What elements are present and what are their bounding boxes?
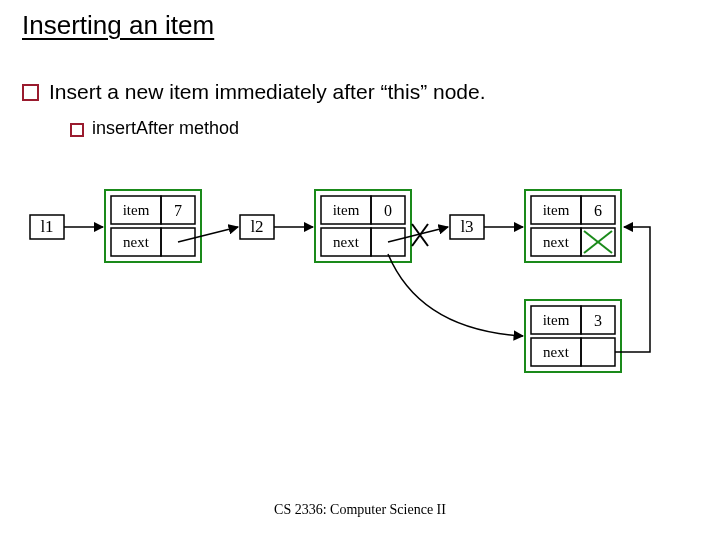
svg-rect-22 (525, 190, 621, 262)
svg-text:item: item (333, 202, 360, 218)
svg-text:l2: l2 (250, 217, 263, 236)
svg-text:l1: l1 (40, 217, 53, 236)
svg-text:3: 3 (594, 312, 602, 329)
slide-footer: CS 2336: Computer Science II (0, 502, 720, 518)
svg-text:next: next (123, 234, 150, 250)
svg-text:next: next (543, 344, 570, 360)
node-l2: item 0 next (315, 190, 411, 262)
arrow-node2-new-next (388, 254, 523, 336)
svg-line-40 (388, 227, 448, 242)
svg-text:next: next (543, 234, 570, 250)
svg-text:item: item (123, 202, 150, 218)
label-l3: l3 (450, 215, 484, 239)
null-x-icon (584, 231, 612, 253)
node-l1: item 7 next (105, 190, 201, 262)
node-new: item 3 next (525, 300, 621, 372)
label-l2: l2 (240, 215, 274, 239)
svg-text:0: 0 (384, 202, 392, 219)
svg-rect-36 (581, 338, 615, 366)
svg-rect-2 (105, 190, 201, 262)
linked-list-diagram: l1 item 7 next l2 item 0 next l3 (0, 0, 720, 540)
svg-text:item: item (543, 312, 570, 328)
label-l1: l1 (30, 215, 64, 239)
svg-text:next: next (333, 234, 360, 250)
svg-text:7: 7 (174, 202, 182, 219)
svg-text:l3: l3 (460, 217, 473, 236)
svg-rect-32 (525, 300, 621, 372)
arrow-node1-next (178, 227, 238, 242)
svg-rect-12 (315, 190, 411, 262)
svg-text:6: 6 (594, 202, 602, 219)
svg-text:item: item (543, 202, 570, 218)
node-l3: item 6 next (525, 190, 621, 262)
